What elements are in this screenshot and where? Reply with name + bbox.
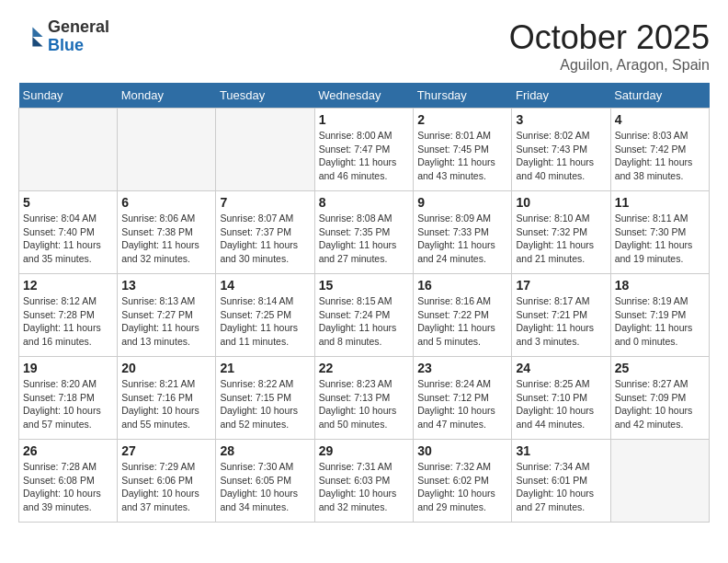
day-number: 29	[319, 443, 410, 458]
day-number: 4	[615, 112, 705, 127]
day-info: Sunrise: 7:34 AM Sunset: 6:01 PM Dayligh…	[516, 460, 606, 514]
calendar-day-cell: 5Sunrise: 8:04 AM Sunset: 7:40 PM Daylig…	[19, 191, 118, 274]
day-info: Sunrise: 7:31 AM Sunset: 6:03 PM Dayligh…	[319, 460, 410, 514]
location: Aguilon, Aragon, Spain	[509, 57, 710, 74]
calendar-day-cell: 10Sunrise: 8:10 AM Sunset: 7:32 PM Dayli…	[512, 191, 610, 274]
calendar-day-cell: 25Sunrise: 8:27 AM Sunset: 7:09 PM Dayli…	[610, 357, 709, 440]
calendar-day-cell	[118, 109, 216, 191]
calendar-day-cell: 11Sunrise: 8:11 AM Sunset: 7:30 PM Dayli…	[610, 191, 709, 274]
day-number: 16	[417, 278, 507, 293]
month-title: October 2025	[509, 18, 710, 57]
day-number: 6	[121, 195, 211, 210]
day-info: Sunrise: 8:16 AM Sunset: 7:22 PM Dayligh…	[417, 294, 507, 349]
day-info: Sunrise: 8:00 AM Sunset: 7:47 PM Dayligh…	[319, 129, 410, 183]
weekday-header: Wednesday	[314, 83, 414, 109]
day-number: 19	[23, 361, 113, 375]
weekday-header: Sunday	[19, 83, 118, 109]
calendar-day-cell: 22Sunrise: 8:23 AM Sunset: 7:13 PM Dayli…	[314, 357, 414, 440]
calendar-day-cell: 20Sunrise: 8:21 AM Sunset: 7:16 PM Dayli…	[118, 357, 216, 440]
day-number: 21	[220, 361, 310, 375]
day-info: Sunrise: 8:09 AM Sunset: 7:33 PM Dayligh…	[417, 212, 507, 266]
calendar-day-cell: 7Sunrise: 8:07 AM Sunset: 7:37 PM Daylig…	[216, 191, 314, 274]
day-info: Sunrise: 8:13 AM Sunset: 7:27 PM Dayligh…	[121, 294, 211, 349]
day-info: Sunrise: 8:14 AM Sunset: 7:25 PM Dayligh…	[220, 294, 310, 349]
calendar-day-cell: 9Sunrise: 8:09 AM Sunset: 7:33 PM Daylig…	[414, 191, 512, 274]
day-number: 14	[220, 278, 310, 293]
day-number: 11	[615, 195, 705, 210]
calendar-day-cell: 1Sunrise: 8:00 AM Sunset: 7:47 PM Daylig…	[314, 109, 414, 191]
logo-icon	[18, 24, 44, 50]
calendar-day-cell: 4Sunrise: 8:03 AM Sunset: 7:42 PM Daylig…	[610, 109, 709, 191]
day-info: Sunrise: 8:22 AM Sunset: 7:15 PM Dayligh…	[220, 377, 310, 431]
day-info: Sunrise: 8:02 AM Sunset: 7:43 PM Dayligh…	[516, 129, 606, 183]
day-number: 7	[220, 195, 310, 210]
day-number: 28	[220, 443, 310, 458]
day-number: 5	[23, 195, 113, 210]
day-number: 30	[417, 443, 507, 458]
page-header: General Blue October 2025 Aguilon, Arago…	[18, 18, 710, 74]
calendar-day-cell: 6Sunrise: 8:06 AM Sunset: 7:38 PM Daylig…	[118, 191, 216, 274]
day-info: Sunrise: 8:10 AM Sunset: 7:32 PM Dayligh…	[516, 212, 606, 266]
calendar-day-cell	[216, 109, 314, 191]
day-info: Sunrise: 8:01 AM Sunset: 7:45 PM Dayligh…	[417, 129, 507, 183]
day-number: 25	[615, 361, 705, 375]
calendar-day-cell: 16Sunrise: 8:16 AM Sunset: 7:22 PM Dayli…	[414, 274, 512, 357]
calendar-day-cell: 27Sunrise: 7:29 AM Sunset: 6:06 PM Dayli…	[118, 440, 216, 523]
weekday-header: Tuesday	[216, 83, 314, 109]
day-number: 3	[516, 112, 606, 127]
day-info: Sunrise: 8:17 AM Sunset: 7:21 PM Dayligh…	[516, 294, 606, 349]
day-info: Sunrise: 8:19 AM Sunset: 7:19 PM Dayligh…	[615, 294, 705, 349]
day-info: Sunrise: 8:27 AM Sunset: 7:09 PM Dayligh…	[615, 377, 705, 431]
calendar-day-cell: 23Sunrise: 8:24 AM Sunset: 7:12 PM Dayli…	[414, 357, 512, 440]
calendar-week-row: 19Sunrise: 8:20 AM Sunset: 7:18 PM Dayli…	[19, 357, 710, 440]
calendar-day-cell: 13Sunrise: 8:13 AM Sunset: 7:27 PM Dayli…	[118, 274, 216, 357]
day-info: Sunrise: 8:25 AM Sunset: 7:10 PM Dayligh…	[516, 377, 606, 431]
day-number: 2	[417, 112, 507, 127]
day-number: 13	[121, 278, 211, 293]
day-info: Sunrise: 8:08 AM Sunset: 7:35 PM Dayligh…	[319, 212, 410, 266]
day-info: Sunrise: 8:15 AM Sunset: 7:24 PM Dayligh…	[319, 294, 410, 349]
day-number: 9	[417, 195, 507, 210]
calendar-week-row: 1Sunrise: 8:00 AM Sunset: 7:47 PM Daylig…	[19, 109, 710, 191]
calendar-day-cell: 30Sunrise: 7:32 AM Sunset: 6:02 PM Dayli…	[414, 440, 512, 523]
svg-marker-1	[32, 37, 42, 47]
calendar-day-cell	[610, 440, 709, 523]
calendar-day-cell: 15Sunrise: 8:15 AM Sunset: 7:24 PM Dayli…	[314, 274, 414, 357]
calendar-day-cell: 8Sunrise: 8:08 AM Sunset: 7:35 PM Daylig…	[314, 191, 414, 274]
calendar-day-cell: 19Sunrise: 8:20 AM Sunset: 7:18 PM Dayli…	[19, 357, 118, 440]
day-info: Sunrise: 8:12 AM Sunset: 7:28 PM Dayligh…	[23, 294, 113, 349]
day-info: Sunrise: 7:32 AM Sunset: 6:02 PM Dayligh…	[417, 460, 507, 514]
day-number: 26	[23, 443, 113, 458]
calendar-day-cell: 21Sunrise: 8:22 AM Sunset: 7:15 PM Dayli…	[216, 357, 314, 440]
calendar-week-row: 26Sunrise: 7:28 AM Sunset: 6:08 PM Dayli…	[19, 440, 710, 523]
calendar-day-cell: 31Sunrise: 7:34 AM Sunset: 6:01 PM Dayli…	[512, 440, 610, 523]
day-info: Sunrise: 7:29 AM Sunset: 6:06 PM Dayligh…	[121, 460, 211, 514]
day-info: Sunrise: 8:04 AM Sunset: 7:40 PM Dayligh…	[23, 212, 113, 266]
calendar-day-cell: 28Sunrise: 7:30 AM Sunset: 6:05 PM Dayli…	[216, 440, 314, 523]
svg-marker-0	[32, 27, 42, 37]
logo-blue: Blue	[48, 37, 109, 55]
day-info: Sunrise: 8:20 AM Sunset: 7:18 PM Dayligh…	[23, 377, 113, 431]
weekday-header: Monday	[118, 83, 216, 109]
calendar-day-cell: 18Sunrise: 8:19 AM Sunset: 7:19 PM Dayli…	[610, 274, 709, 357]
day-number: 17	[516, 278, 606, 293]
weekday-header: Friday	[512, 83, 610, 109]
day-number: 15	[319, 278, 410, 293]
weekday-header: Thursday	[414, 83, 512, 109]
calendar-day-cell: 2Sunrise: 8:01 AM Sunset: 7:45 PM Daylig…	[414, 109, 512, 191]
calendar-day-cell: 14Sunrise: 8:14 AM Sunset: 7:25 PM Dayli…	[216, 274, 314, 357]
title-block: October 2025 Aguilon, Aragon, Spain	[509, 18, 710, 74]
day-number: 8	[319, 195, 410, 210]
logo: General Blue	[18, 18, 109, 55]
calendar-day-cell	[19, 109, 118, 191]
day-info: Sunrise: 8:21 AM Sunset: 7:16 PM Dayligh…	[121, 377, 211, 431]
day-number: 18	[615, 278, 705, 293]
day-info: Sunrise: 7:30 AM Sunset: 6:05 PM Dayligh…	[220, 460, 310, 514]
day-number: 23	[417, 361, 507, 375]
calendar-day-cell: 26Sunrise: 7:28 AM Sunset: 6:08 PM Dayli…	[19, 440, 118, 523]
calendar-week-row: 5Sunrise: 8:04 AM Sunset: 7:40 PM Daylig…	[19, 191, 710, 274]
day-info: Sunrise: 8:23 AM Sunset: 7:13 PM Dayligh…	[319, 377, 410, 431]
day-info: Sunrise: 8:03 AM Sunset: 7:42 PM Dayligh…	[615, 129, 705, 183]
weekday-header: Saturday	[610, 83, 709, 109]
day-info: Sunrise: 8:11 AM Sunset: 7:30 PM Dayligh…	[615, 212, 705, 266]
